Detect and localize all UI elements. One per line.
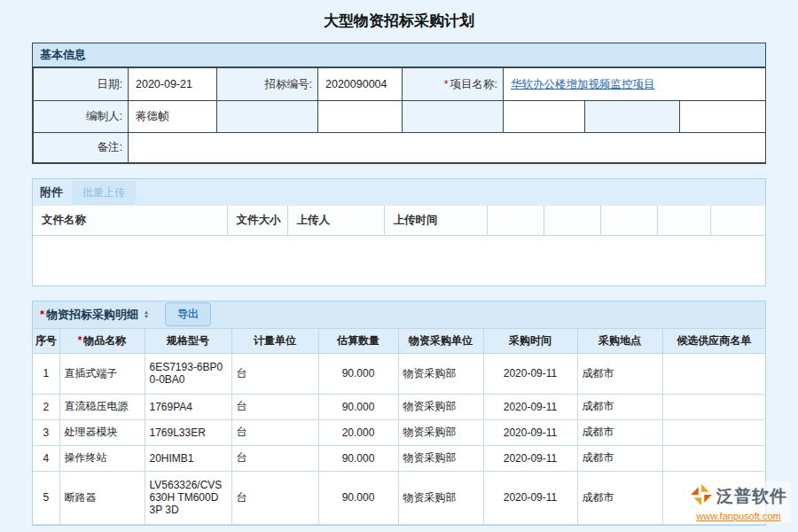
- date-label: 日期:: [34, 68, 129, 101]
- cell-name: 断路器: [59, 471, 145, 524]
- cell-time: 2020-09-11: [483, 353, 577, 394]
- cell-model: 6ES7193-6BP00-0BA0: [145, 353, 231, 394]
- attachments-header-uploader: 上传人: [287, 206, 384, 235]
- cell-model: 20HIMB1: [145, 445, 231, 471]
- cell-no: 2: [33, 394, 59, 419]
- empty-value-cell: [318, 101, 403, 133]
- attachments-header-empty: [600, 206, 657, 235]
- detail-header-org: 物资采购单位: [398, 328, 483, 353]
- bid-no-label: 招标编号:: [217, 68, 318, 101]
- empty-value-cell: [680, 101, 766, 133]
- cell-model: LV563326/CVS630H TM600D 3P 3D: [145, 471, 231, 524]
- cell-time: 2020-09-11: [483, 394, 577, 419]
- basic-info-section-title: 基本信息: [33, 43, 765, 67]
- detail-header-qty: 估算数量: [318, 328, 398, 353]
- cell-place: 成都市: [577, 471, 662, 524]
- sort-icon[interactable]: ▲ ▼: [144, 310, 149, 319]
- detail-table: 序号 *物品名称 规格型号 计量单位 估算数量 物资采购单位 采购时间 采购地点…: [33, 328, 765, 525]
- cell-time: 2020-09-11: [483, 419, 577, 445]
- batch-upload-button[interactable]: 批量上传: [72, 181, 136, 205]
- detail-row: 4 操作终站 20HIMB1 台 90.000 物资采购部 2020-09-11…: [33, 445, 765, 471]
- cell-place: 成都市: [577, 394, 662, 419]
- cell-no: 1: [33, 353, 59, 394]
- cell-model: 1769L33ER: [145, 419, 231, 445]
- cell-no: 5: [33, 471, 59, 524]
- vendor-url[interactable]: www.fanpusoft.com: [690, 511, 787, 521]
- attachments-section-title: 附件: [40, 184, 63, 200]
- cell-model: 1769PA4: [145, 394, 231, 419]
- cell-time: 2020-09-11: [483, 471, 577, 524]
- attachments-header-empty: [544, 206, 600, 235]
- compiler-label: 编制人:: [34, 101, 129, 133]
- vendor-watermark: 泛普软件 www.fanpusoft.com: [686, 481, 791, 523]
- cell-unit: 台: [231, 353, 318, 394]
- cell-name: 处理器模块: [59, 419, 145, 445]
- fanpu-logo-icon: [690, 483, 713, 510]
- attachments-table: 文件名称 文件大小 上传人 上传时间: [33, 206, 765, 236]
- vendor-name: 泛普软件: [716, 485, 787, 508]
- cell-org: 物资采购部: [398, 419, 483, 445]
- detail-row: 5 断路器 LV563326/CVS630H TM600D 3P 3D 台 90…: [33, 471, 765, 524]
- detail-header-place: 采购地点: [577, 328, 662, 353]
- cell-time: 2020-09-11: [483, 445, 577, 471]
- attachments-header-filename: 文件名称: [33, 206, 227, 235]
- cell-suppliers: [662, 353, 765, 394]
- empty-label-cell: [217, 101, 318, 133]
- detail-section: *物资招标采购明细 ▲ ▼ 导出 序号 *物品名称 规格型号 计量单位 估算数量…: [32, 301, 766, 526]
- cell-no: 3: [33, 419, 59, 445]
- cell-suppliers: [662, 445, 765, 471]
- detail-header-time: 采购时间: [483, 328, 577, 353]
- cell-unit: 台: [231, 445, 318, 471]
- required-mark: *: [40, 308, 44, 321]
- cell-org: 物资采购部: [398, 445, 483, 471]
- project-name-label: *项目名称:: [403, 68, 504, 101]
- cell-unit: 台: [231, 419, 318, 445]
- detail-section-title: 物资招标采购明细: [46, 308, 138, 321]
- cell-qty: 20.000: [318, 419, 398, 445]
- remark-label: 备注:: [34, 133, 129, 163]
- attachments-header-uploadtime: 上传时间: [384, 206, 487, 235]
- cell-no: 4: [33, 445, 59, 471]
- date-value: 2020-09-21: [129, 68, 217, 101]
- export-button[interactable]: 导出: [165, 302, 211, 326]
- cell-unit: 台: [231, 471, 318, 524]
- cell-suppliers: [662, 419, 765, 445]
- project-name-cell: 华软办公楼增加视频监控项目: [504, 68, 766, 101]
- cell-place: 成都市: [577, 353, 662, 394]
- detail-header-name: *物品名称: [59, 328, 145, 353]
- project-link[interactable]: 华软办公楼增加视频监控项目: [511, 78, 655, 90]
- cell-org: 物资采购部: [398, 471, 483, 524]
- cell-qty: 90.000: [318, 445, 398, 471]
- attachments-section: 附件 批量上传 文件名称 文件大小 上传人 上传时间: [32, 178, 766, 286]
- required-mark: *: [78, 334, 82, 347]
- detail-header-no: 序号: [33, 328, 59, 353]
- empty-value-cell: [504, 101, 585, 133]
- empty-label-cell: [585, 101, 680, 133]
- basic-info-table: 日期: 2020-09-21 招标编号: 2020090004 *项目名称: 华…: [33, 67, 766, 163]
- cell-qty: 90.000: [318, 471, 398, 524]
- attachments-header-empty: [487, 206, 544, 235]
- cell-place: 成都市: [577, 445, 662, 471]
- detail-header-row: 序号 *物品名称 规格型号 计量单位 估算数量 物资采购单位 采购时间 采购地点…: [33, 328, 765, 353]
- compiler-value: 蒋德帧: [129, 101, 217, 133]
- attachments-header-empty: [710, 206, 765, 235]
- detail-row: 2 直流稳压电源 1769PA4 台 90.000 物资采购部 2020-09-…: [33, 394, 765, 419]
- cell-suppliers: [662, 394, 765, 419]
- cell-qty: 90.000: [318, 394, 398, 419]
- attachments-empty-area: [33, 236, 765, 286]
- sort-down-icon: ▼: [144, 315, 149, 319]
- detail-header-unit: 计量单位: [231, 328, 318, 353]
- cell-unit: 台: [231, 394, 318, 419]
- attachments-header-empty: [657, 206, 710, 235]
- cell-name: 直流稳压电源: [59, 394, 145, 419]
- cell-name: 直插式端子: [59, 353, 145, 394]
- empty-label-cell: [403, 101, 504, 133]
- basic-info-section: 基本信息 日期: 2020-09-21 招标编号: 2020090004 *项目…: [32, 43, 766, 164]
- detail-row: 3 处理器模块 1769L33ER 台 20.000 物资采购部 2020-09…: [33, 419, 765, 445]
- cell-org: 物资采购部: [398, 353, 483, 394]
- page-title: 大型物资招标采购计划: [0, 0, 798, 43]
- cell-qty: 90.000: [318, 353, 398, 394]
- cell-place: 成都市: [577, 419, 662, 445]
- detail-header-model: 规格型号: [145, 328, 231, 353]
- detail-header-suppliers: 候选供应商名单: [662, 328, 765, 353]
